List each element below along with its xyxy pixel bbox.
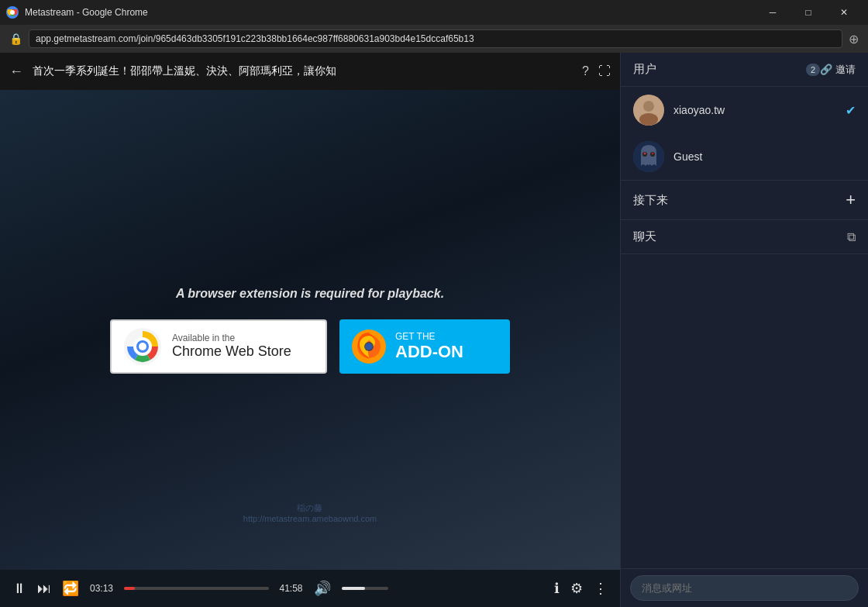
svg-point-9 [366, 343, 372, 350]
svg-point-11 [643, 101, 654, 112]
invite-label: 邀请 [835, 63, 856, 77]
guest-name: Guest [673, 150, 856, 163]
video-title: 首次一季系列誕生！邵邵帶上溫妮、決決、阿部瑪利亞，讓你知 [33, 64, 573, 78]
svg-point-16 [644, 153, 646, 155]
chrome-btn-text: Available in the Chrome Web Store [172, 333, 291, 360]
more-button[interactable]: ⋮ [594, 580, 608, 597]
time-total: 41:58 [280, 583, 303, 594]
avatar [633, 95, 664, 126]
topbar-icons: ? ⛶ [582, 64, 611, 78]
content-row: ← 首次一季系列誕生！邵邵帶上溫妮、決決、阿部瑪利亞，讓你知 ? ⛶ A bro… [0, 53, 868, 607]
chrome-store-text: Chrome Web Store [172, 343, 291, 360]
progress-fill [124, 587, 135, 590]
user-name: xiaoyao.tw [673, 104, 836, 116]
queue-label: 接下来 [633, 193, 846, 208]
firefox-addon-text: ADD-ON [395, 342, 463, 362]
video-column: ← 首次一季系列誕生！邵邵帶上溫妮、決決、阿部瑪利亞，讓你知 ? ⛶ A bro… [0, 53, 620, 607]
maximize-button[interactable]: □ [790, 0, 826, 25]
chat-header: 聊天 ⧉ [621, 220, 868, 254]
svg-point-17 [652, 153, 654, 155]
queue-section: 接下来 + [621, 180, 868, 220]
extension-message: A browser extension is required for play… [176, 287, 444, 301]
url-input[interactable] [29, 29, 842, 48]
play-pause-button[interactable]: ⏸ [12, 581, 26, 597]
window-controls: ─ □ ✕ [755, 0, 862, 25]
back-button[interactable]: ← [9, 64, 23, 80]
progress-bar[interactable] [124, 587, 268, 590]
user-item: Guest [621, 133, 868, 180]
user-item: xiaoyao.tw ✔ [621, 87, 868, 133]
volume-fill [342, 587, 365, 590]
fullscreen-icon[interactable]: ⛶ [598, 64, 611, 78]
firefox-addon-button[interactable]: GET THE ADD-ON [339, 319, 510, 374]
add-to-queue-button[interactable]: + [846, 190, 856, 210]
lock-icon: 🔒 [9, 33, 22, 45]
chrome-icon [6, 6, 19, 19]
minimize-button[interactable]: ─ [755, 0, 790, 25]
chat-body [621, 254, 868, 568]
invite-button[interactable]: 🔗 邀请 [820, 63, 856, 77]
firefox-logo [352, 329, 386, 364]
repeat-button[interactable]: 🔁 [62, 580, 79, 597]
svg-point-12 [639, 113, 658, 126]
volume-bar[interactable] [342, 587, 388, 590]
users-header: 用户 2 🔗 邀请 [621, 53, 868, 87]
title-bar: Metastream - Google Chrome ─ □ ✕ [0, 0, 868, 25]
chrome-logo [124, 328, 161, 365]
extension-prompt: A browser extension is required for play… [0, 90, 620, 570]
chat-section: 聊天 ⧉ [621, 220, 868, 607]
settings-button[interactable]: ⚙ [570, 580, 583, 597]
svg-point-1 [10, 10, 15, 15]
video-topbar: ← 首次一季系列誕生！邵邵帶上溫妮、決決、阿部瑪利亞，讓你知 ? ⛶ [0, 53, 620, 90]
volume-button[interactable]: 🔊 [314, 580, 331, 597]
firefox-btn-text: GET THE ADD-ON [395, 331, 463, 362]
help-icon[interactable]: ? [582, 64, 589, 78]
address-bar: 🔒 ⊕ [0, 25, 868, 53]
window-title: Metastream - Google Chrome [25, 7, 749, 18]
chat-input-row [621, 568, 868, 607]
chat-label: 聊天 [633, 229, 847, 244]
verified-icon: ✔ [846, 103, 856, 118]
video-area: A browser extension is required for play… [0, 90, 620, 570]
svg-point-5 [139, 343, 146, 350]
chrome-webstore-button[interactable]: Available in the Chrome Web Store [110, 319, 327, 374]
extension-buttons: Available in the Chrome Web Store [110, 319, 510, 374]
close-button[interactable]: ✕ [826, 0, 862, 25]
extensions-icon[interactable]: ⊕ [849, 32, 859, 47]
time-current: 03:13 [90, 583, 113, 594]
firefox-get-text: GET THE [395, 331, 463, 342]
users-count-badge: 2 [806, 64, 820, 76]
chat-input[interactable] [630, 575, 859, 601]
watermark: 稲の藤 http://metastream.amebaownd.com [243, 502, 377, 523]
sidebar: 用户 2 🔗 邀请 xiaoyao.tw ✔ [620, 53, 868, 607]
app-container: Metastream - Google Chrome ─ □ ✕ 🔒 ⊕ ← 首… [0, 0, 868, 607]
avatar [633, 141, 664, 172]
users-label: 用户 [633, 62, 801, 77]
chrome-available-text: Available in the [172, 333, 291, 343]
invite-link-icon: 🔗 [820, 64, 832, 75]
skip-button[interactable]: ⏭ [37, 581, 51, 597]
playback-controls: ⏸ ⏭ 🔁 03:13 41:58 🔊 ℹ ⚙ ⋮ [0, 570, 620, 607]
info-button[interactable]: ℹ [554, 580, 560, 597]
chat-popout-icon[interactable]: ⧉ [847, 230, 856, 244]
